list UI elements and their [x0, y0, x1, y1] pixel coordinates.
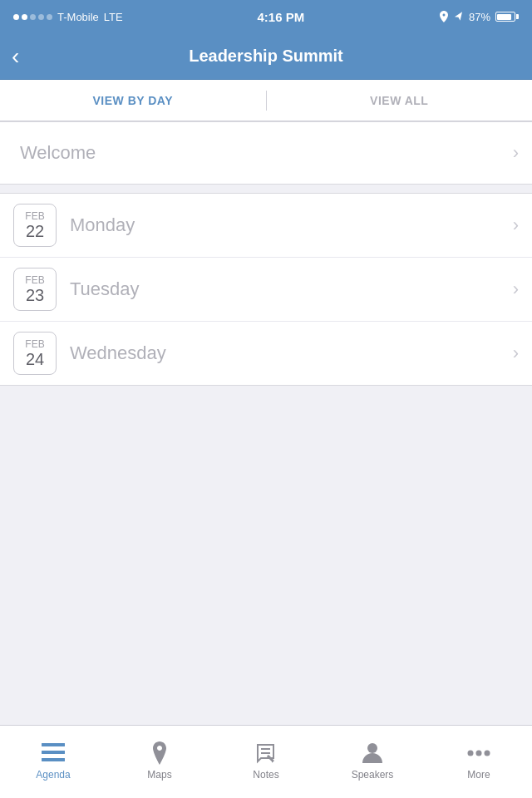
- agenda-tab-label: Agenda: [36, 769, 70, 781]
- more-icon: [466, 741, 491, 766]
- tab-speakers[interactable]: Speakers: [319, 741, 426, 781]
- tab-notes[interactable]: Notes: [213, 741, 319, 781]
- battery-icon: [495, 12, 519, 22]
- date-badge-wednesday: Feb 24: [13, 332, 57, 375]
- date-badge-tuesday: Feb 23: [13, 268, 57, 311]
- maps-icon: [147, 741, 172, 766]
- battery-percent: 87%: [469, 11, 490, 23]
- list-item-welcome[interactable]: Welcome ›: [0, 122, 532, 184]
- nav-title: Leadership Summit: [189, 47, 343, 66]
- status-left: T-Mobile LTE: [13, 11, 123, 23]
- speakers-tab-label: Speakers: [352, 769, 394, 781]
- wednesday-day: 24: [26, 350, 44, 368]
- monday-month: Feb: [25, 210, 44, 222]
- tuesday-label: Tuesday: [70, 278, 513, 300]
- tuesday-day: 23: [26, 286, 44, 304]
- days-section: Feb 22 Monday › Feb 23 Tuesday › Feb 2: [0, 193, 532, 386]
- list-item-wednesday[interactable]: Feb 24 Wednesday ›: [0, 322, 532, 385]
- notes-icon: [254, 741, 278, 766]
- wednesday-label: Wednesday: [70, 342, 513, 364]
- network-label: LTE: [104, 11, 123, 23]
- svg-point-15: [476, 750, 482, 756]
- more-tab-label: More: [467, 769, 490, 781]
- content-area: Welcome › Feb 22 Monday › Feb 23: [0, 121, 532, 798]
- svg-point-16: [485, 750, 490, 756]
- agenda-icon: [41, 741, 66, 766]
- wednesday-chevron: ›: [513, 342, 519, 364]
- status-bar: T-Mobile LTE 4:16 PM 87%: [0, 0, 532, 33]
- svg-rect-8: [42, 758, 46, 761]
- arrow-icon: [454, 11, 464, 22]
- date-badge-monday: Feb 22: [13, 204, 57, 247]
- signal-dot-2: [22, 14, 27, 20]
- monday-chevron: ›: [513, 214, 519, 236]
- location-icon: [439, 11, 449, 22]
- status-time: 4:16 PM: [258, 10, 305, 24]
- list-item-tuesday[interactable]: Feb 23 Tuesday ›: [0, 258, 532, 322]
- list-item-monday[interactable]: Feb 22 Monday ›: [0, 194, 532, 258]
- signal-dot-3: [30, 14, 36, 20]
- view-toggle: VIEW BY DAY VIEW ALL: [0, 80, 532, 121]
- svg-rect-6: [42, 743, 46, 746]
- carrier-label: T-Mobile: [57, 11, 99, 23]
- welcome-section: Welcome ›: [0, 121, 532, 185]
- svg-point-13: [367, 743, 377, 753]
- svg-rect-5: [48, 758, 65, 761]
- view-by-day-tab[interactable]: VIEW BY DAY: [0, 80, 266, 121]
- welcome-label: Welcome: [20, 142, 513, 164]
- wednesday-month: Feb: [25, 338, 44, 350]
- tab-agenda[interactable]: Agenda: [0, 741, 106, 781]
- app-container: T-Mobile LTE 4:16 PM 87% ‹ Leadership S: [0, 0, 532, 798]
- maps-tab-label: Maps: [147, 769, 171, 781]
- nav-bar: ‹ Leadership Summit: [0, 33, 532, 80]
- speakers-icon: [360, 741, 385, 766]
- gap-1: [0, 185, 532, 193]
- notes-tab-label: Notes: [253, 769, 278, 781]
- tab-bar: Agenda Maps Not: [0, 725, 532, 798]
- view-all-tab[interactable]: VIEW ALL: [267, 80, 533, 121]
- welcome-chevron: ›: [513, 142, 519, 164]
- signal-dot-4: [38, 14, 44, 20]
- monday-label: Monday: [70, 214, 513, 236]
- signal-dot-5: [47, 14, 52, 20]
- status-right: 87%: [439, 11, 519, 23]
- svg-rect-3: [48, 743, 65, 746]
- tuesday-chevron: ›: [513, 278, 519, 300]
- tab-maps[interactable]: Maps: [106, 741, 213, 781]
- svg-point-14: [468, 750, 474, 756]
- tab-more[interactable]: More: [426, 741, 532, 781]
- signal-dot-1: [13, 14, 19, 20]
- monday-day: 22: [26, 222, 44, 240]
- signal-dots: [13, 14, 52, 20]
- tuesday-month: Feb: [25, 274, 44, 286]
- back-button[interactable]: ‹: [12, 45, 19, 68]
- svg-rect-4: [48, 751, 65, 754]
- svg-rect-7: [42, 751, 46, 754]
